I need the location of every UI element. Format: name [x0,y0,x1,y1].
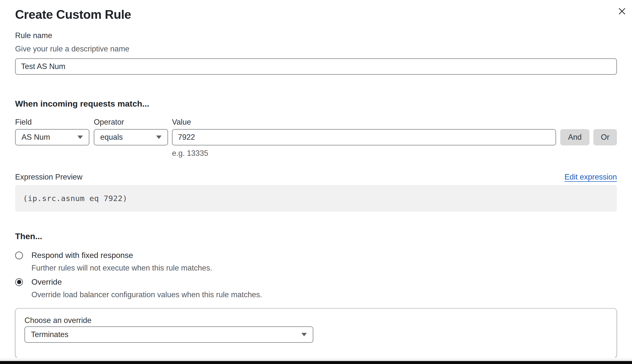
radio-respond-description: Further rules will not execute when this… [32,264,212,272]
page-bottom-fade [0,358,632,361]
page-bottom-bar [0,361,632,364]
match-labels-row: Field Operator Value [15,118,617,126]
rule-name-input[interactable] [15,58,617,75]
operator-select[interactable]: equals [94,129,168,146]
choose-override-label: Choose an override [25,316,92,325]
and-button[interactable]: And [560,129,589,146]
override-select[interactable]: Terminates [25,326,313,343]
radio-override-description: Override load balancer configuration val… [32,290,262,299]
then-heading: Then... [15,232,42,241]
rule-name-label: Rule name [15,31,52,40]
override-panel: Choose an override Terminates [15,308,617,358]
match-heading: When incoming requests match... [15,99,149,108]
chevron-down-icon [78,136,83,139]
radio-label: Override [32,278,62,286]
rule-name-description: Give your rule a descriptive name [15,44,129,54]
expression-row: Expression Preview Edit expression [15,172,617,182]
radio-respond-fixed-response[interactable]: Respond with fixed response [15,251,133,260]
chevron-down-icon [301,333,307,336]
radio-selected-icon [15,278,23,286]
chevron-down-icon [156,136,162,139]
override-select-value: Terminates [31,330,69,339]
close-icon [619,8,625,14]
radio-label: Respond with fixed response [32,251,133,260]
radio-unselected-icon [15,252,23,260]
expression-preview-label: Expression Preview [15,172,82,182]
page-title: Create Custom Rule [15,8,131,22]
close-button[interactable] [616,6,627,17]
value-hint: e.g. 13335 [172,149,208,158]
edit-expression-link[interactable]: Edit expression [564,172,617,182]
create-custom-rule-dialog: Create Custom Rule Rule name Give your r… [0,0,632,364]
operator-label: Operator [94,118,124,126]
expression-code: (ip.src.asnum eq 7922) [23,194,128,203]
operator-select-value: equals [100,133,123,142]
match-controls-row: AS Num equals And Or [15,129,617,146]
field-select[interactable]: AS Num [15,129,89,146]
value-label: Value [172,118,191,126]
field-label: Field [15,118,32,126]
field-select-value: AS Num [22,133,50,142]
radio-override[interactable]: Override [15,278,62,286]
expression-preview-box: (ip.src.asnum eq 7922) [15,185,617,212]
or-button[interactable]: Or [593,129,617,146]
value-input[interactable] [172,129,556,146]
